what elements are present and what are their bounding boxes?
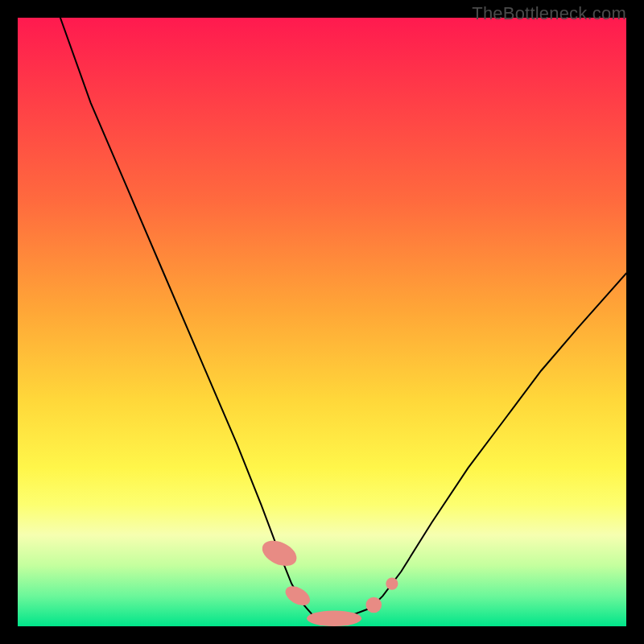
marker-3: [366, 597, 382, 613]
chart-frame: TheBottleneck.com: [0, 0, 644, 644]
marker-0: [258, 535, 301, 571]
attribution-text: TheBottleneck.com: [472, 3, 626, 24]
plot-area: [18, 18, 626, 626]
marker-2: [307, 610, 361, 626]
marker-1: [283, 582, 314, 609]
series-left-curve: [60, 18, 322, 619]
marker-4: [386, 578, 398, 590]
series-right-curve: [322, 274, 626, 619]
curve-overlay: [18, 18, 626, 626]
